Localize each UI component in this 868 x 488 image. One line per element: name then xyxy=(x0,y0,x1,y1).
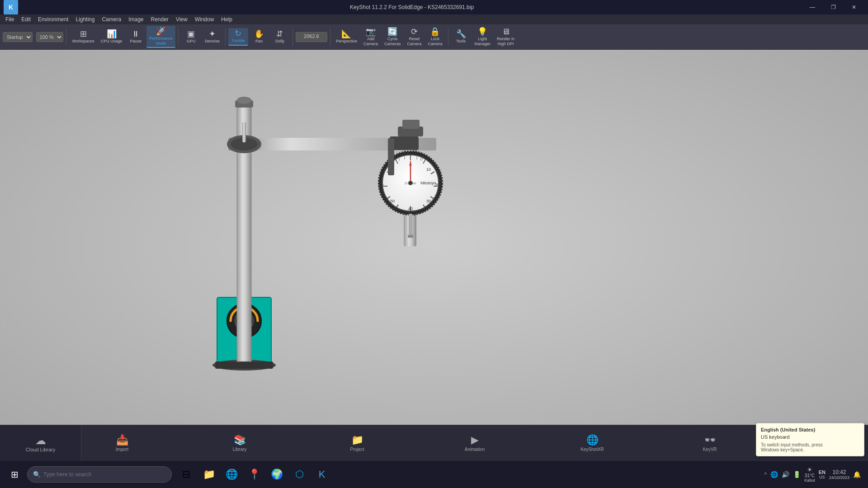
3d-scene: 0 10 20 30 40 50 40 30 0.01mm Mitutoyo xyxy=(0,50,868,438)
language-indicator[interactable]: EN US xyxy=(819,469,826,479)
import-icon: 📥 xyxy=(116,434,128,446)
tools-button[interactable]: 🔧 Tools xyxy=(451,28,471,45)
menu-item-view[interactable]: View xyxy=(172,15,191,23)
light-manager-button[interactable]: 💡 LightManager xyxy=(472,26,494,48)
denoise-button[interactable]: ✦ Denoise xyxy=(202,28,222,45)
cpu-usage-button[interactable]: 📊 CPU Usage xyxy=(98,28,125,45)
svg-text:40: 40 xyxy=(408,206,413,211)
menu-item-edit[interactable]: Edit xyxy=(18,15,34,23)
svg-text:10: 10 xyxy=(426,167,431,172)
toolbar-separator-5 xyxy=(330,28,330,46)
dolly-button[interactable]: ⇵ Dolly xyxy=(270,28,290,45)
close-button[interactable]: ✕ xyxy=(844,0,864,14)
pan-button[interactable]: ✋ Pan xyxy=(249,28,269,45)
render-high-dpi-button[interactable]: 🖥 Render inHigh DPI xyxy=(494,26,517,48)
menu-item-lighting[interactable]: Lighting xyxy=(72,15,98,23)
menu-item-render[interactable]: Render xyxy=(147,15,172,23)
taskbar: ⊞ 🔍 ⊟ 📁 🌐 📍 🌍 ⬡ K ^ 🌐 🔊 🔋 ☀ 31°C Kabut E… xyxy=(0,461,868,488)
keyshotxr-button[interactable]: 🌐 KeyShotXR xyxy=(552,425,633,461)
library-icon: 📚 xyxy=(234,434,246,446)
workspaces-icon: ⊞ xyxy=(80,30,87,38)
notification-icon[interactable]: 🔔 xyxy=(853,471,861,478)
tooltip-language: English (United States) xyxy=(761,427,859,432)
menu-item-image[interactable]: Image xyxy=(125,15,147,23)
menu-item-environment[interactable]: Environment xyxy=(34,15,72,23)
perspective-button[interactable]: 📐 Perspective xyxy=(333,28,360,45)
taskbar-file-explorer[interactable]: 📁 xyxy=(198,461,220,488)
toolbar-separator-4 xyxy=(292,28,293,46)
start-button[interactable]: ⊞ xyxy=(4,461,25,488)
taskbar-solidedge[interactable]: ⬡ xyxy=(288,461,310,488)
network-icon: 🌐 xyxy=(770,471,778,478)
lock-camera-button[interactable]: 🔒 LockCamera xyxy=(425,26,445,48)
cloud-library-button[interactable]: ☁ Cloud Library xyxy=(0,425,81,461)
pan-icon: ✋ xyxy=(254,30,264,38)
tooltip-keyboard: US keyboard xyxy=(761,434,859,440)
cycle-cameras-button[interactable]: 🔄 CycleCameras xyxy=(382,26,404,48)
keyshotxr-icon: 🌐 xyxy=(586,434,599,446)
menu-bar: FileEditEnvironmentLightingCameraImageRe… xyxy=(0,14,868,24)
taskbar-maps[interactable]: 📍 xyxy=(243,461,265,488)
cpu-icon: 📊 xyxy=(107,30,117,38)
toolbar-separator-3 xyxy=(225,28,226,46)
menu-item-help[interactable]: Help xyxy=(217,15,236,23)
taskbar-keyshot[interactable]: K xyxy=(311,461,333,488)
menu-item-file[interactable]: File xyxy=(2,15,18,23)
restore-button[interactable]: ❐ xyxy=(823,0,844,14)
toolbar-separator-2 xyxy=(178,28,179,46)
add-camera-button[interactable]: 📷 AddCamera xyxy=(361,26,381,48)
systray-expand[interactable]: ^ xyxy=(764,471,767,478)
dolly-icon: ⇵ xyxy=(276,30,283,38)
clock: 10:42 24/10/2023 xyxy=(829,469,849,480)
animation-button[interactable]: ▶ Animation xyxy=(434,425,515,461)
library-button[interactable]: 📚 Library xyxy=(199,425,280,461)
taskbar-edge[interactable]: 🌍 xyxy=(266,461,288,488)
svg-rect-55 xyxy=(402,120,420,129)
gpu-button[interactable]: ▣ GPU xyxy=(181,28,201,45)
light-manager-icon: 💡 xyxy=(477,28,487,36)
svg-text:30: 30 xyxy=(426,199,431,203)
search-input[interactable] xyxy=(43,471,161,478)
nav-buttons: 📥 Import 📚 Library 📁 Project ▶ Animation… xyxy=(81,425,868,461)
workspace-selector[interactable]: Startup xyxy=(3,32,33,42)
taskbar-chrome[interactable]: 🌐 xyxy=(221,461,242,488)
keyvr-icon: 👓 xyxy=(704,434,716,446)
tumble-button[interactable]: ↻ Tumble xyxy=(228,28,248,46)
keyvr-button[interactable]: 👓 KeyVR xyxy=(669,425,750,461)
zoom-selector[interactable]: 100 % xyxy=(36,32,63,42)
battery-icon: 🔋 xyxy=(793,471,801,478)
title-bar: K KeyShot 11.2.2 For SolidEdge - KS24653… xyxy=(0,0,868,14)
toolbar: Startup 100 % ⊞ Workspaces 📊 CPU Usage ⏸… xyxy=(0,24,868,50)
search-icon: 🔍 xyxy=(33,471,41,478)
viewport[interactable]: 0 10 20 30 40 50 40 30 0.01mm Mitutoyo xyxy=(0,50,868,438)
pause-button[interactable]: ⏸ Pause xyxy=(126,28,146,45)
menu-item-camera[interactable]: Camera xyxy=(98,15,125,23)
project-button[interactable]: 📁 Project xyxy=(316,425,398,461)
window-title: KeyShot 11.2.2 For SolidEdge - KS2465332… xyxy=(22,4,802,10)
menu-item-window[interactable]: Window xyxy=(191,15,218,23)
project-icon: 📁 xyxy=(351,434,363,446)
svg-point-16 xyxy=(237,97,251,104)
performance-mode-button[interactable]: 🚀 PerformanceMode xyxy=(146,26,175,48)
bottom-nav-panel: ☁ Cloud Library 📥 Import 📚 Library 📁 Pro… xyxy=(0,425,868,461)
toolbar-separator xyxy=(66,28,66,46)
denoise-icon: ✦ xyxy=(209,30,216,38)
cloud-icon: ☁ xyxy=(35,434,46,447)
import-button[interactable]: 📥 Import xyxy=(81,425,163,461)
perspective-icon: 📐 xyxy=(341,30,351,38)
svg-text:Mitutoyo: Mitutoyo xyxy=(420,181,436,185)
coordinate-display: 2062.6 xyxy=(296,32,327,42)
input-method-tooltip: English (United States) US keyboard To s… xyxy=(756,423,864,456)
svg-rect-53 xyxy=(408,235,413,238)
reset-camera-button[interactable]: ⟳ ResetCamera xyxy=(404,26,424,48)
taskbar-task-view[interactable]: ⊟ xyxy=(175,461,197,488)
render-hd-icon: 🖥 xyxy=(502,28,510,36)
add-camera-icon: 📷 xyxy=(366,28,376,36)
workspaces-button[interactable]: ⊞ Workspaces xyxy=(69,28,97,45)
minimize-button[interactable]: — xyxy=(802,0,823,14)
svg-rect-4 xyxy=(215,361,273,369)
pause-icon: ⏸ xyxy=(132,30,140,38)
taskbar-app-icons: ⊟ 📁 🌐 📍 🌍 ⬡ K xyxy=(175,461,333,488)
tools-icon: 🔧 xyxy=(456,30,466,38)
search-bar[interactable]: 🔍 xyxy=(27,466,172,483)
